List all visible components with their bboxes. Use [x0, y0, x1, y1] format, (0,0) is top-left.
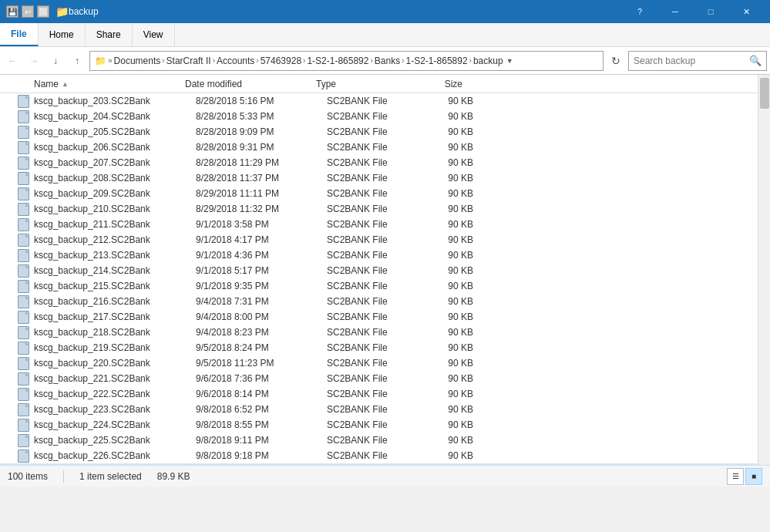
- breadcrumb-region2[interactable]: 1-S2-1-865892: [406, 56, 468, 66]
- breadcrumb-banks[interactable]: Banks: [375, 56, 400, 66]
- view-details-button[interactable]: ☰: [727, 468, 744, 485]
- tab-share[interactable]: Share: [86, 23, 133, 46]
- file-date: 9/6/2018 7:36 PM: [196, 373, 327, 384]
- table-row[interactable]: kscg_backup_207.SC2Bank 8/28/2018 11:29 …: [0, 155, 758, 170]
- tab-home[interactable]: Home: [39, 23, 86, 46]
- file-icon: [17, 249, 29, 261]
- col-header-type[interactable]: Type: [316, 79, 409, 89]
- table-row[interactable]: kscg_backup_219.SC2Bank 9/5/2018 8:24 PM…: [0, 340, 758, 355]
- file-type: SC2BANK File: [327, 204, 419, 214]
- search-box[interactable]: 🔍: [628, 51, 767, 71]
- file-type: SC2BANK File: [327, 234, 419, 245]
- file-type: SC2BANK File: [327, 373, 419, 384]
- table-row[interactable]: kscg_backup_212.SC2Bank 9/1/2018 4:17 PM…: [0, 232, 758, 247]
- file-type: SC2BANK File: [327, 327, 419, 338]
- breadcrumb-accounts[interactable]: Accounts: [217, 56, 254, 66]
- ribbon-tab-list: File Home Share View: [0, 23, 770, 46]
- refresh-button[interactable]: ↻: [607, 52, 625, 70]
- main-content: Name ▲ Date modified Type Size kscg_back…: [0, 75, 770, 465]
- table-row[interactable]: kscg_backup_213.SC2Bank 9/1/2018 4:36 PM…: [0, 247, 758, 263]
- address-bar-row: ← → ↓ ↑ 📁 » Documents › StarCraft II › A…: [0, 47, 770, 75]
- tab-view[interactable]: View: [133, 23, 175, 46]
- table-row[interactable]: kscg_backup_218.SC2Bank 9/4/2018 8:23 PM…: [0, 325, 758, 340]
- table-row[interactable]: kscg_backup_220.SC2Bank 9/5/2018 11:23 P…: [0, 355, 758, 371]
- file-size: 90 KB: [419, 126, 481, 137]
- file-list[interactable]: Name ▲ Date modified Type Size kscg_back…: [0, 75, 758, 465]
- table-row[interactable]: kscg_backup_205.SC2Bank 8/28/2018 9:09 P…: [0, 124, 758, 140]
- table-row[interactable]: kscg_backup_204.SC2Bank 8/28/2018 5:33 P…: [0, 109, 758, 124]
- scrollbar[interactable]: [758, 75, 770, 465]
- table-row[interactable]: kscg_backup_214.SC2Bank 9/1/2018 5:17 PM…: [0, 263, 758, 278]
- view-large-icons-button[interactable]: ■: [745, 468, 762, 485]
- file-date: 9/8/2018 9:18 PM: [196, 450, 327, 461]
- breadcrumb-region1[interactable]: 1-S2-1-865892: [307, 56, 368, 66]
- file-name: kscg_backup_221.SC2Bank: [34, 373, 196, 384]
- table-row[interactable]: kscg_backup_203.SC2Bank 8/28/2018 5:16 P…: [0, 93, 758, 109]
- file-icon: [17, 141, 29, 153]
- file-icon: [17, 419, 29, 431]
- file-date: 8/28/2018 5:16 PM: [196, 96, 327, 106]
- file-date: 8/28/2018 9:09 PM: [196, 126, 327, 137]
- search-input[interactable]: [634, 56, 746, 66]
- file-rows-container: kscg_backup_203.SC2Bank 8/28/2018 5:16 P…: [0, 93, 758, 465]
- table-row[interactable]: kscg_backup_221.SC2Bank 9/6/2018 7:36 PM…: [0, 371, 758, 386]
- breadcrumb-id[interactable]: 57463928: [261, 56, 301, 66]
- file-type: SC2BANK File: [327, 419, 419, 430]
- close-button[interactable]: ✕: [728, 0, 764, 23]
- tab-file[interactable]: File: [0, 23, 39, 46]
- file-size: 90 KB: [419, 96, 481, 106]
- breadcrumb-documents[interactable]: Documents: [114, 56, 161, 66]
- table-row[interactable]: kscg_backup_226.SC2Bank 9/8/2018 9:18 PM…: [0, 448, 758, 463]
- file-date: 9/6/2018 8:14 PM: [196, 389, 327, 399]
- file-name: kscg_backup_225.SC2Bank: [34, 435, 196, 446]
- file-icon: [17, 326, 29, 338]
- breadcrumb-dropdown-arrow[interactable]: ▼: [506, 57, 513, 65]
- quick-access-save[interactable]: 💾: [6, 5, 18, 18]
- address-box[interactable]: 📁 » Documents › StarCraft II › Accounts …: [89, 51, 604, 71]
- file-icon: [17, 95, 29, 107]
- table-row[interactable]: kscg_backup_210.SC2Bank 8/29/2018 11:32 …: [0, 201, 758, 217]
- table-row[interactable]: kscg_backup_222.SC2Bank 9/6/2018 8:14 PM…: [0, 386, 758, 402]
- table-row[interactable]: kscg_backup_208.SC2Bank 8/28/2018 11:37 …: [0, 170, 758, 186]
- file-date: 9/1/2018 4:36 PM: [196, 250, 327, 261]
- table-row[interactable]: kscg_backup_223.SC2Bank 9/8/2018 6:52 PM…: [0, 402, 758, 417]
- file-size: 90 KB: [419, 358, 481, 369]
- quick-access-undo[interactable]: ↩: [22, 5, 34, 18]
- minimize-button[interactable]: ─: [657, 0, 693, 23]
- file-type: SC2BANK File: [327, 296, 419, 307]
- breadcrumb-backup[interactable]: backup: [473, 56, 503, 66]
- file-date: 8/29/2018 11:32 PM: [196, 204, 327, 214]
- file-type: SC2BANK File: [327, 219, 419, 230]
- file-type: SC2BANK File: [327, 342, 419, 353]
- file-size: 90 KB: [419, 373, 481, 384]
- table-row[interactable]: kscg_backup_215.SC2Bank 9/1/2018 9:35 PM…: [0, 278, 758, 294]
- table-row[interactable]: kscg_backup_206.SC2Bank 8/28/2018 9:31 P…: [0, 140, 758, 155]
- file-icon: [17, 342, 29, 354]
- table-row[interactable]: kscg_backup_225.SC2Bank 9/8/2018 9:11 PM…: [0, 433, 758, 448]
- table-row[interactable]: kscg_backup_217.SC2Bank 9/4/2018 8:00 PM…: [0, 309, 758, 325]
- file-size: 90 KB: [419, 250, 481, 261]
- title-bar: 💾 ↩ ⬜ 📁 backup ? ─ □ ✕: [0, 0, 770, 23]
- ribbon: File Home Share View: [0, 23, 770, 47]
- table-row[interactable]: kscg_backup_224.SC2Bank 9/8/2018 8:55 PM…: [0, 417, 758, 433]
- recent-locations-button[interactable]: ↓: [46, 52, 65, 70]
- scroll-thumb[interactable]: [760, 78, 769, 109]
- quick-access-properties[interactable]: ⬜: [37, 5, 49, 18]
- table-row[interactable]: kscg_backup_211.SC2Bank 9/1/2018 3:58 PM…: [0, 217, 758, 232]
- col-header-date[interactable]: Date modified: [185, 79, 316, 89]
- table-row[interactable]: kscg_backup_227.SC2Bank 9/8/2018 11:59 P…: [0, 463, 758, 465]
- file-name: kscg_backup_206.SC2Bank: [34, 142, 196, 153]
- help-button[interactable]: ?: [622, 0, 657, 23]
- maximize-button[interactable]: □: [693, 0, 728, 23]
- col-header-size[interactable]: Size: [409, 79, 470, 89]
- file-type: SC2BANK File: [327, 311, 419, 322]
- forward-button: →: [25, 52, 43, 70]
- breadcrumb-starcraft[interactable]: StarCraft II: [166, 56, 211, 66]
- file-date: 9/5/2018 8:24 PM: [196, 342, 327, 353]
- file-size: 90 KB: [419, 111, 481, 122]
- table-row[interactable]: kscg_backup_209.SC2Bank 8/29/2018 11:11 …: [0, 186, 758, 201]
- file-size: 90 KB: [419, 281, 481, 291]
- table-row[interactable]: kscg_backup_216.SC2Bank 9/4/2018 7:31 PM…: [0, 294, 758, 309]
- up-button[interactable]: ↑: [68, 52, 86, 70]
- col-header-name[interactable]: Name ▲: [0, 79, 185, 89]
